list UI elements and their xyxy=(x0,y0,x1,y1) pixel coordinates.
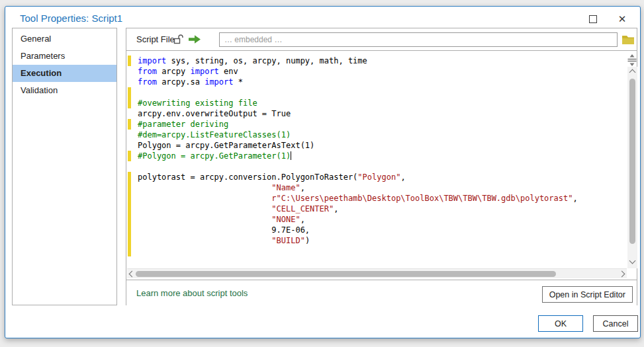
browse-folder-icon[interactable] xyxy=(621,34,635,46)
code-line[interactable] xyxy=(127,87,627,98)
vertical-scrollbar-thumb[interactable] xyxy=(629,79,635,244)
sidebar-list: GeneralParametersExecutionValidation xyxy=(12,28,117,305)
code-line[interactable]: from arcpy.sa import * xyxy=(127,77,627,87)
script-file-row: Script File xyxy=(126,28,637,51)
scroll-right-icon[interactable] xyxy=(619,271,625,278)
split-editor-handle[interactable] xyxy=(627,54,637,67)
changed-line-marker xyxy=(128,193,131,204)
editor-footer: Learn more about script tools Open in Sc… xyxy=(126,280,637,306)
scroll-up-icon[interactable] xyxy=(629,69,636,76)
export-arrow-icon[interactable] xyxy=(188,34,202,47)
code-line[interactable]: Polygon = arcpy.GetParameterAsText(1) xyxy=(127,140,627,151)
code-line[interactable]: #parameter deriving xyxy=(127,119,627,130)
close-button[interactable]: ✕ xyxy=(612,12,632,26)
horizontal-scrollbar-thumb[interactable] xyxy=(136,271,556,277)
changed-line-marker xyxy=(128,182,131,193)
changed-line-marker xyxy=(128,204,131,214)
code-line[interactable]: "BUILD") xyxy=(127,235,627,246)
sidebar-item-general[interactable]: General xyxy=(13,30,116,48)
code-line[interactable] xyxy=(127,246,627,256)
code-line[interactable]: r"C:\Users\peethamb\Desktop\ToolBox\TBW\… xyxy=(127,193,627,204)
cancel-button[interactable]: Cancel xyxy=(593,315,638,332)
dialog-title: Tool Properties: Script1 xyxy=(20,13,122,24)
code-line[interactable]: "Name", xyxy=(127,182,627,193)
scroll-down-icon[interactable] xyxy=(629,258,636,264)
changed-line-marker xyxy=(128,172,131,182)
sidebar-item-parameters[interactable]: Parameters xyxy=(13,48,116,65)
code-line[interactable]: import sys, string, os, arcpy, numpy, ma… xyxy=(127,56,627,66)
code-line[interactable]: "NONE", xyxy=(127,214,627,225)
code-line[interactable]: polytorast = arcpy.conversion.PolygonToR… xyxy=(127,172,627,182)
code-line[interactable]: #dem=arcpy.ListFeatureClasses(1) xyxy=(127,130,627,140)
changed-line-marker xyxy=(128,151,131,161)
code-line[interactable]: "CELL_CENTER", xyxy=(127,204,627,214)
changed-line-marker xyxy=(128,225,131,235)
changed-line-marker xyxy=(128,214,131,225)
ok-button[interactable]: OK xyxy=(538,315,583,332)
changed-line-marker xyxy=(128,119,131,130)
changed-line-marker xyxy=(128,246,131,256)
sidebar-item-validation[interactable]: Validation xyxy=(13,82,116,99)
sidebar-item-execution[interactable]: Execution xyxy=(13,65,116,82)
vertical-scrollbar[interactable] xyxy=(627,67,637,268)
maximize-icon xyxy=(589,15,597,23)
scroll-left-icon[interactable] xyxy=(129,271,136,278)
code-line[interactable] xyxy=(127,161,627,172)
learn-more-link[interactable]: Learn more about script tools xyxy=(136,288,248,298)
code-line[interactable]: 9.7E-06, xyxy=(127,225,627,235)
changed-line-marker xyxy=(128,56,131,66)
horizontal-scrollbar[interactable] xyxy=(127,268,627,278)
changed-line-marker xyxy=(128,235,131,246)
script-file-input[interactable] xyxy=(219,32,618,47)
code-editor[interactable]: import sys, string, os, arcpy, numpy, ma… xyxy=(127,52,627,268)
script-file-label: Script File xyxy=(136,34,175,44)
execution-pane: Script File import sys, string, xyxy=(126,28,637,305)
text-caret xyxy=(291,151,291,160)
code-line[interactable]: #ovewriting existing file xyxy=(127,98,627,108)
unlock-icon[interactable] xyxy=(173,34,184,48)
code-line[interactable]: arcpy.env.overwriteOutput = True xyxy=(127,108,627,119)
code-line[interactable] xyxy=(127,256,627,267)
changed-line-marker xyxy=(128,98,131,108)
code-line[interactable]: #Polygon = arcpy.GetParameter(1) xyxy=(127,151,627,161)
code-line[interactable]: from arcpy import env xyxy=(127,66,627,77)
open-in-script-editor-button[interactable]: Open in Script Editor xyxy=(542,286,633,303)
tool-properties-dialog: Tool Properties: Script1 ✕ GeneralParame… xyxy=(5,6,641,338)
maximize-button[interactable] xyxy=(583,12,603,26)
changed-line-marker xyxy=(128,87,131,98)
